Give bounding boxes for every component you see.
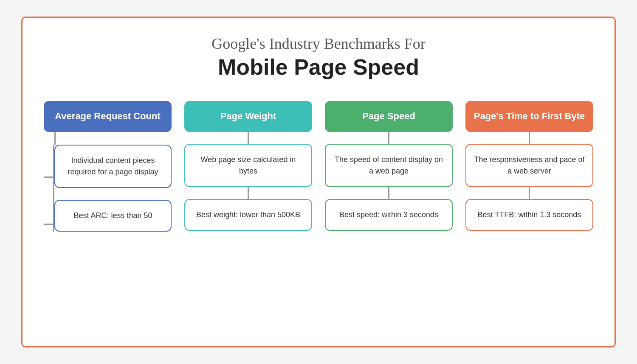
header-title: Mobile Page Speed (44, 54, 593, 80)
header: Google's Industry Benchmarks For Mobile … (44, 35, 593, 80)
col-header-ttfb: Page's Time to First Byte (465, 101, 593, 132)
col-header-arc: Average Request Count (44, 101, 172, 132)
vert-connector-ttfb-1 (529, 132, 530, 144)
info-card-arc-2: Best ARC: less than 50 (54, 200, 172, 232)
col-header-pw: Page Weight (184, 101, 312, 132)
vert-connector-ps-1 (388, 132, 389, 144)
info-card-ttfb-1: The responsiveness and pace of a web ser… (465, 144, 593, 187)
vert-connector-pw-1 (248, 132, 249, 144)
bracket-v-line (53, 145, 54, 232)
vert-connector-pw-2 (248, 187, 249, 199)
bracket-cards: Individual content pieces required for a… (44, 145, 172, 232)
column-ttfb: Page's Time to First Byte The responsive… (465, 101, 593, 231)
info-card-ttfb-2: Best TTFB: within 1.3 seconds (465, 199, 593, 231)
col-header-ps: Page Speed (325, 101, 453, 132)
bracket-container: Individual content pieces required for a… (44, 145, 172, 232)
info-card-pw-1: Web page size calculated in bytes (184, 144, 312, 187)
card-row-1: Individual content pieces required for a… (44, 145, 172, 188)
info-card-arc-1: Individual content pieces required for a… (54, 145, 172, 188)
column-pw: Page Weight Web page size calculated in … (184, 101, 312, 231)
column-arc: Average Request Count Individual content… (44, 101, 172, 232)
info-card-ps-1: The speed of content display on a web pa… (325, 144, 453, 187)
main-card: Google's Industry Benchmarks For Mobile … (21, 17, 616, 347)
top-connector-arc (44, 132, 172, 145)
info-card-pw-2: Best weight: lower than 500KB (184, 199, 312, 231)
columns-container: Average Request Count Individual content… (44, 101, 593, 232)
card-row-2: Best ARC: less than 50 (44, 200, 172, 232)
info-card-ps-2: Best speed: within 3 seconds (325, 199, 453, 231)
vert-connector-ps-2 (388, 187, 389, 199)
card-spacer (44, 188, 172, 200)
column-ps: Page Speed The speed of content display … (325, 101, 453, 231)
vert-connector-ttfb-2 (529, 187, 530, 199)
header-subtitle: Google's Industry Benchmarks For (44, 35, 593, 53)
